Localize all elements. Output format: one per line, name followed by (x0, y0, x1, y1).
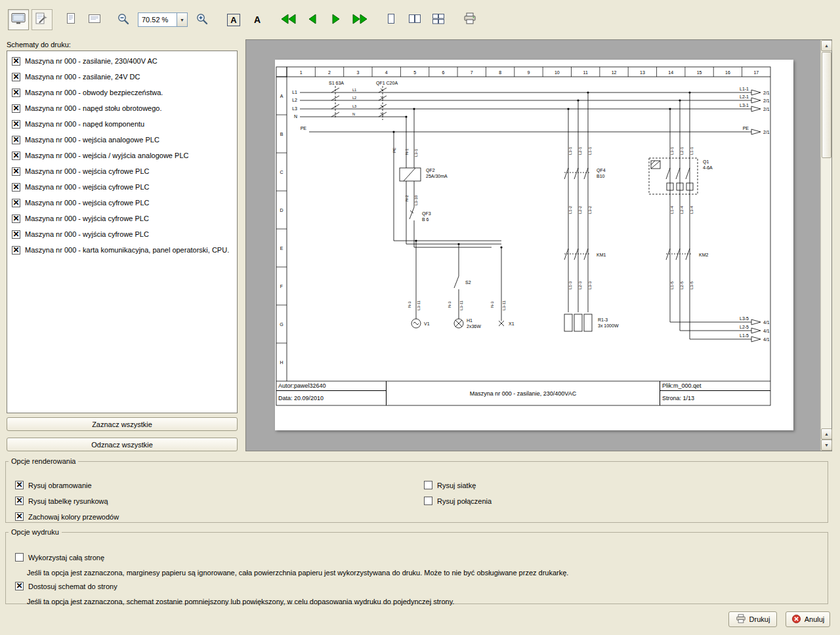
schematic-label: 4/1 (763, 329, 770, 333)
schematic-checkbox[interactable] (12, 57, 20, 66)
schematic-label: S1 63A (329, 81, 344, 85)
schematic-label: 25A/30mA (426, 174, 448, 178)
schematic-label: 5 (413, 70, 416, 75)
list-item[interactable]: Maszyna nr 000 - wejścia cyfrowe PLC (9, 195, 236, 211)
fit-width-button[interactable]: A (247, 9, 268, 30)
page-setup-landscape-button[interactable] (84, 9, 105, 30)
zoom-out-button[interactable] (113, 9, 134, 30)
toolbar-print-button[interactable] (459, 9, 480, 30)
use-full-page-checkbox[interactable] (15, 553, 24, 562)
cancel-icon (791, 614, 801, 625)
list-item[interactable]: Maszyna nr 000 - napęd komponentu (9, 116, 236, 132)
use-full-page-description: Jeśli ta opcja jest zaznaczona, margines… (27, 569, 568, 577)
draw-titleblock-checkbox[interactable] (15, 497, 24, 505)
list-item[interactable]: Maszyna nr 000 - wyjścia cyfrowe PLC (9, 226, 236, 242)
list-item[interactable]: Maszyna nr 000 - obwody bezpieczeństwa. (9, 85, 236, 100)
option-draw-terminals[interactable]: Rysuj połączenia (424, 497, 492, 505)
keep-wire-colors-checkbox[interactable] (15, 512, 24, 521)
schematic-checkbox[interactable] (12, 104, 20, 113)
schematic-checkbox[interactable] (12, 183, 20, 192)
scroll-up-button-bottom[interactable] (821, 428, 832, 440)
schematic-checkbox[interactable] (12, 89, 20, 97)
page-setup-portrait-button[interactable] (60, 9, 81, 30)
schematic-checkbox[interactable] (12, 215, 20, 223)
schematic-label: QF2 (426, 168, 435, 173)
schematic-label: Maszyna nr 000 - zasilanie, 24V DC (25, 73, 140, 81)
schematic-label: 8 (499, 70, 501, 75)
schematic-label: L3-1 (670, 146, 674, 155)
schematic-checkbox[interactable] (12, 152, 20, 160)
schematic-label: 14 (668, 70, 673, 75)
schematic-label: B 6 (422, 217, 429, 222)
cancel-button[interactable]: Anuluj (786, 611, 830, 627)
zoom-combobox[interactable]: 70.52 % (138, 12, 188, 27)
select-all-button[interactable]: Zaznacz wszystkie (7, 417, 238, 431)
next-page-button[interactable] (326, 9, 346, 30)
print-setup-button[interactable] (32, 9, 52, 30)
vertical-scrollbar[interactable] (820, 40, 831, 451)
schematic-label: N (294, 114, 297, 119)
schematic-label: G (280, 322, 283, 327)
first-page-button[interactable] (278, 9, 299, 30)
fit-to-page-checkbox[interactable] (15, 582, 24, 590)
scroll-up-button[interactable] (821, 40, 832, 51)
print-options-title: Opcje wydruku (9, 528, 62, 536)
schematic-label: E (280, 246, 284, 251)
schematic-checkbox[interactable] (12, 136, 20, 144)
option-fit-to-page[interactable]: Dostosuj schemat do strony (15, 582, 117, 590)
schematic-checkbox[interactable] (12, 199, 20, 207)
next-page-icon (330, 14, 342, 26)
schematic-checkbox[interactable] (12, 120, 20, 129)
schematic-label: A (280, 94, 284, 98)
print-options-group: Opcje wydruku Wykorzystaj całą stronę Je… (5, 528, 828, 604)
zoom-in-button[interactable] (192, 9, 213, 30)
option-keep-wire-colors[interactable]: Zachowaj kolory przewodów (15, 512, 119, 521)
schematic-checkbox[interactable] (12, 167, 20, 176)
schematic-label: L1-5 (670, 281, 674, 289)
list-item[interactable]: Maszyna nr 000 - wejścia / wyjścia analo… (9, 148, 236, 163)
list-item[interactable]: Maszyna nr 000 - zasilanie, 24V DC (9, 69, 236, 85)
schematic-checkbox[interactable] (12, 230, 20, 239)
option-draw-border[interactable]: Rysuj obramowanie (15, 481, 92, 489)
single-page-view-button[interactable] (381, 9, 402, 30)
scroll-down-button[interactable] (821, 440, 832, 451)
schematic-label: 4 (385, 70, 388, 75)
schematic-label: L1-5 (740, 333, 749, 338)
schematic-label: L2-2 (578, 205, 582, 214)
schematic-label: QF3 (422, 211, 431, 216)
draw-border-checkbox[interactable] (15, 481, 24, 489)
option-use-full-page[interactable]: Wykorzystaj całą stronę (15, 553, 104, 562)
preview-area: 1234567891011121314151617ABCDEFGHL1L2L3N… (245, 39, 832, 451)
chevron-down-icon[interactable] (177, 13, 187, 26)
last-page-button[interactable] (349, 9, 370, 30)
list-item[interactable]: Maszyna nr 000 - wejścia cyfrowe PLC (9, 163, 236, 179)
fit-page-button[interactable]: A (223, 9, 244, 30)
schematic-label: 2x36W (467, 324, 481, 329)
schematic-label: PE (743, 126, 749, 131)
fit-to-page-description: Jeśli ta opcja jest zaznaczona, schemat … (27, 598, 454, 605)
list-item[interactable]: Maszyna nr 000 - wejścia analogowe PLC (9, 132, 236, 148)
list-item[interactable]: Maszyna nr 000 - wejścia cyfrowe PLC (9, 179, 236, 195)
list-item[interactable]: Maszyna nr 000 - wyjścia cyfrowe PLC (9, 211, 236, 226)
list-item[interactable]: Maszyna nr 000 - zasilanie, 230/400V AC (9, 53, 236, 69)
print-button[interactable]: Drukuj (728, 611, 777, 627)
option-draw-titleblock[interactable]: Rysuj tabelkę rysunkową (15, 497, 108, 505)
preview-mode-button[interactable] (8, 9, 29, 30)
draw-border-label: Rysuj obramowanie (28, 481, 92, 489)
schematic-label: L1-1 (740, 87, 749, 91)
schematic-label: 3x 1000W (598, 323, 619, 328)
list-item[interactable]: Maszyna nr 000 - karta komunikacyjna, pa… (9, 242, 236, 258)
schematic-checkbox[interactable] (12, 73, 20, 81)
list-item[interactable]: Maszyna nr 000 - napęd stołu obrotowego. (9, 100, 236, 116)
multi-page-view-button[interactable] (428, 9, 449, 30)
previous-page-button[interactable] (302, 9, 323, 30)
schematic-checkbox[interactable] (12, 246, 20, 255)
schematic-label: L1-3 (568, 281, 572, 289)
fit-width-icon: A (254, 14, 261, 25)
draw-terminals-checkbox[interactable] (424, 497, 432, 505)
deselect-all-button[interactable]: Odznacz wszystkie (7, 438, 238, 451)
draw-grid-checkbox[interactable] (424, 481, 432, 489)
scrollbar-thumb[interactable] (822, 52, 831, 158)
two-page-view-button[interactable] (404, 9, 425, 30)
option-draw-grid[interactable]: Rysuj siatkę (424, 481, 476, 489)
